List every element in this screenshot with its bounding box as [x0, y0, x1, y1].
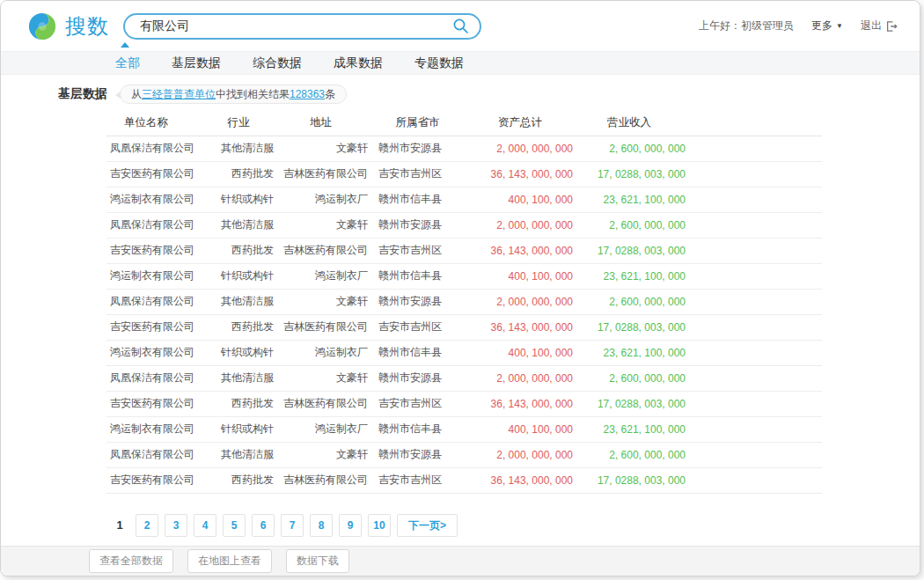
page-button-4[interactable]: 4: [194, 514, 216, 537]
page-button-6[interactable]: 6: [252, 514, 275, 537]
search-input[interactable]: [140, 19, 452, 33]
logout-button[interactable]: 退出: [861, 18, 898, 33]
tab-1[interactable]: 基层数据: [172, 55, 221, 71]
table-row: 凤凰保洁有限公司其他清洁服文豪轩赣州市安源县2, 000, 000, 0002,…: [106, 289, 822, 314]
region-cell: 吉安市吉州区: [368, 161, 467, 187]
unit-name-cell: 凤凰保洁有限公司: [106, 212, 203, 238]
total-assets-cell: 2, 000, 000, 000: [467, 442, 573, 467]
total-assets-cell: 2, 000, 000, 000: [467, 212, 573, 238]
unit-name-cell: 鸿运制衣有限公司: [106, 340, 203, 365]
tab-4[interactable]: 专题数据: [414, 55, 464, 71]
total-assets-cell: 2, 000, 000, 000: [467, 136, 573, 161]
industry-cell: 其他清洁服: [203, 442, 274, 467]
address-cell: 鸿运制衣厂: [274, 340, 368, 365]
spacer-cell: [686, 442, 822, 467]
unit-name-cell: 吉安医药有限公司: [106, 314, 203, 340]
header-right: 上午好：初级管理员 更多 ▼ 退出: [699, 1, 898, 51]
spacer-cell: [686, 289, 822, 314]
revenue-cell: 2, 600, 000, 000: [573, 289, 686, 314]
summary-source-link[interactable]: 三经普普查单位: [142, 88, 216, 100]
summary-suffix: 条: [325, 88, 335, 100]
tab-0-active[interactable]: 全部: [115, 55, 140, 71]
page-button-10[interactable]: 10: [368, 514, 391, 537]
logout-label: 退出: [861, 18, 882, 33]
industry-cell: 针织或构针: [203, 340, 274, 365]
table-row: 吉安医药有限公司西药批发吉林医药有限公司吉安市吉州区36, 143, 000, …: [106, 161, 822, 187]
total-assets-cell: 400, 100, 000: [467, 187, 573, 212]
industry-cell: 其他清洁服: [203, 289, 274, 314]
page-button-2[interactable]: 2: [136, 514, 158, 537]
column-header-1: 单位名称: [106, 111, 203, 136]
address-cell: 鸿运制衣厂: [274, 187, 368, 212]
summary-count-link[interactable]: 128363: [290, 88, 325, 100]
address-cell: 吉林医药有限公司: [274, 161, 368, 187]
address-cell: 文豪轩: [274, 365, 368, 391]
tab-3[interactable]: 成果数据: [334, 55, 383, 71]
search-box: [123, 13, 481, 40]
chevron-down-icon: ▼: [836, 22, 843, 30]
unit-name-cell: 凤凰保洁有限公司: [106, 365, 203, 391]
total-assets-cell: 2, 000, 000, 000: [467, 365, 573, 391]
total-assets-cell: 400, 100, 000: [467, 263, 573, 289]
tab-bar: 全部基层数据综合数据成果数据专题数据: [1, 51, 920, 75]
spacer-cell: [686, 416, 822, 442]
unit-name-cell: 凤凰保洁有限公司: [106, 289, 203, 314]
next-page-button[interactable]: 下一页>: [397, 514, 458, 537]
revenue-cell: 17, 0288, 003, 000: [573, 314, 686, 340]
region-cell: 赣州市安源县: [368, 136, 467, 161]
industry-cell: 西药批发: [203, 391, 274, 416]
tab-2[interactable]: 综合数据: [253, 55, 302, 71]
industry-cell: 针织或构针: [203, 416, 274, 442]
region-cell: 吉安市吉州区: [368, 467, 467, 493]
spacer-cell: [686, 212, 822, 238]
page-button-3[interactable]: 3: [165, 514, 187, 537]
column-header-5: 资产总计: [467, 111, 573, 136]
industry-cell: 西药批发: [203, 467, 274, 493]
unit-name-cell: 鸿运制衣有限公司: [106, 187, 203, 212]
view-all-data-button[interactable]: 查看全部数据: [89, 549, 173, 573]
total-assets-cell: 36, 143, 000, 000: [467, 467, 573, 493]
address-cell: 吉林医药有限公司: [274, 238, 368, 263]
total-assets-cell: 36, 143, 000, 000: [467, 391, 573, 416]
revenue-cell: 2, 600, 000, 000: [573, 136, 686, 161]
unit-name-cell: 凤凰保洁有限公司: [106, 442, 203, 467]
view-on-map-button[interactable]: 在地图上查看: [187, 549, 272, 573]
page-button-5[interactable]: 5: [223, 514, 246, 537]
download-data-button[interactable]: 数据下载: [286, 549, 349, 573]
region-cell: 赣州市安源县: [368, 442, 467, 467]
spacer-cell: [686, 340, 822, 365]
column-header-spacer: [686, 111, 822, 136]
unit-name-cell: 吉安医药有限公司: [106, 467, 203, 493]
brand-logo[interactable]: 搜数: [27, 11, 109, 41]
unit-name-cell: 吉安医药有限公司: [106, 161, 203, 187]
table-row: 凤凰保洁有限公司其他清洁服文豪轩赣州市安源县2, 000, 000, 0002,…: [106, 136, 822, 161]
page-button-9[interactable]: 9: [339, 514, 362, 537]
search-icon[interactable]: [452, 18, 469, 34]
active-tab-pointer-icon: [121, 42, 129, 48]
revenue-cell: 2, 600, 000, 000: [573, 212, 686, 238]
table-row: 吉安医药有限公司西药批发吉林医药有限公司吉安市吉州区36, 143, 000, …: [106, 314, 822, 340]
page-button-7[interactable]: 7: [281, 514, 304, 537]
industry-cell: 其他清洁服: [203, 136, 274, 161]
footer-bar: 查看全部数据在地图上查看数据下载: [1, 546, 920, 576]
region-cell: 吉安市吉州区: [368, 391, 467, 416]
spacer-cell: [686, 314, 822, 340]
region-cell: 赣州市信丰县: [368, 263, 467, 289]
region-cell: 赣州市信丰县: [368, 340, 467, 365]
spacer-cell: [686, 161, 822, 187]
spacer-cell: [686, 365, 822, 391]
unit-name-cell: 吉安医药有限公司: [106, 238, 203, 263]
unit-name-cell: 鸿运制衣有限公司: [106, 416, 203, 442]
section-title: 基层数据: [58, 86, 107, 102]
address-cell: 吉林医药有限公司: [274, 391, 368, 416]
address-cell: 文豪轩: [274, 442, 368, 467]
industry-cell: 西药批发: [203, 314, 274, 340]
more-menu[interactable]: 更多 ▼: [811, 18, 843, 33]
revenue-cell: 17, 0288, 003, 000: [573, 161, 686, 187]
column-header-6: 营业收入: [573, 111, 686, 136]
spacer-cell: [686, 187, 822, 212]
table-row: 吉安医药有限公司西药批发吉林医药有限公司吉安市吉州区36, 143, 000, …: [106, 467, 822, 493]
region-cell: 赣州市信丰县: [368, 187, 467, 212]
industry-cell: 针织或构针: [203, 263, 274, 289]
page-button-8[interactable]: 8: [310, 514, 333, 537]
